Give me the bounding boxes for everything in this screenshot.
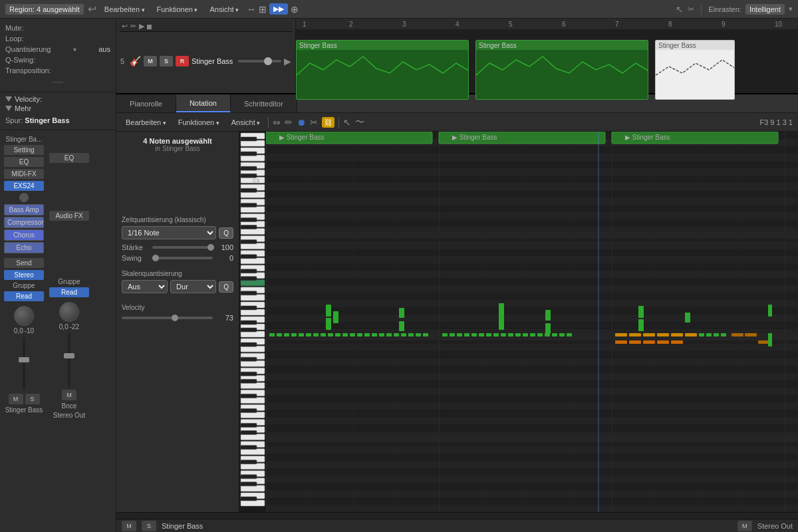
mute-btn-2[interactable]: M [62, 390, 76, 400]
compressor-plugin[interactable]: Compressor [4, 217, 44, 228]
velocity-expand-icon[interactable] [5, 96, 12, 102]
eq-button-2[interactable]: EQ [49, 153, 89, 163]
track-timeline: 1 2 3 4 5 6 7 8 9 10 11 [296, 19, 798, 93]
menu-bearbeiten[interactable]: Bearbeiten [100, 4, 149, 15]
swing-value: 0 [217, 254, 233, 262]
region-3[interactable]: Stinger Bass [655, 40, 735, 100]
audio-fx-button[interactable]: Audio FX [49, 211, 89, 221]
q-button[interactable]: Q [219, 227, 233, 239]
scale-to-select[interactable]: Dur [170, 280, 216, 293]
transport-stop-icon[interactable]: ⏹ [146, 23, 153, 31]
velocity-thumb[interactable] [172, 315, 178, 321]
pencil-icon[interactable]: ✏ [130, 22, 136, 31]
pan-knob-2[interactable] [59, 302, 79, 322]
read-button-2[interactable]: Read [49, 287, 89, 297]
midi-fx-button[interactable]: MIDI-FX [4, 169, 44, 179]
pencil-tool[interactable]: ✏ [285, 117, 293, 128]
read-button-1[interactable]: Read [4, 291, 44, 301]
quantize-dropdown-icon[interactable]: ▾ [73, 46, 76, 53]
mute-btn-1[interactable]: M [9, 394, 23, 404]
svg-rect-90 [241, 446, 257, 450]
volume-thumb[interactable] [264, 57, 272, 65]
fader-thumb-2[interactable] [64, 353, 74, 358]
pr-bearbeiten-btn[interactable]: Bearbeiten [122, 117, 170, 128]
pan-knob-1[interactable] [14, 306, 34, 326]
bottom-mute-btn[interactable]: M [122, 521, 136, 531]
stereo-out-label: Stereo Out [53, 412, 85, 419]
svg-rect-150 [567, 333, 572, 336]
track-solo-btn[interactable]: S [160, 56, 173, 66]
track-record-btn[interactable]: R [176, 56, 189, 66]
svg-rect-65 [241, 500, 265, 506]
track-mute-btn[interactable]: M [144, 56, 157, 66]
exs24-button[interactable]: EXS24 [4, 181, 44, 191]
region-2[interactable]: Stinger Bass [475, 40, 648, 100]
svg-rect-68 [241, 166, 257, 170]
echo-plugin[interactable]: Echo [4, 242, 44, 253]
align-icon[interactable]: ⇔ [273, 117, 281, 128]
horizontal-scrollbar[interactable] [116, 512, 798, 519]
scissors-tool[interactable]: ✂ [310, 117, 318, 128]
play-icon[interactable]: ▶▶ [269, 3, 288, 15]
tab-schritteditor[interactable]: Schritteditor [231, 94, 297, 112]
track-expand-icon[interactable]: ▶ [284, 56, 291, 66]
note-value-select[interactable]: 1/16 Note [122, 226, 216, 239]
midi-grid[interactable]: ▶ Stinger Bass ▶ Stinger Bass ▶ Stinger … [266, 132, 798, 512]
velocity-slider[interactable] [122, 317, 213, 319]
piano-keyboard: /* keys drawn below */ [239, 132, 266, 512]
svg-rect-167 [745, 333, 757, 336]
snap-dropdown[interactable]: ▾ [789, 5, 793, 13]
tab-notation[interactable]: Notation [176, 94, 231, 112]
cursor-tool-pr[interactable]: ↖ [343, 117, 351, 128]
menu-ansicht[interactable]: Ansicht [205, 4, 243, 15]
record-tool[interactable]: ⏺ [297, 117, 306, 128]
mixer-section: Stinger Ba... Setting EQ MIDI-FX EXS24 B… [0, 130, 116, 532]
fader-track-1[interactable] [23, 337, 25, 390]
fader-thumb-1[interactable] [19, 357, 29, 362]
link-icon[interactable]: ⛓ [322, 117, 334, 128]
setting-button[interactable]: Setting [4, 145, 44, 155]
wave-tool[interactable]: 〜 [355, 116, 364, 128]
send-button[interactable]: Send [4, 258, 44, 268]
position-icon[interactable]: ↔ [247, 4, 256, 15]
record-icon[interactable]: ⊕ [291, 4, 299, 15]
mehr-label: Mehr [15, 104, 31, 112]
channel-1-val2: -10 [25, 327, 34, 334]
transport-icon-1[interactable]: ↩ [122, 22, 128, 31]
chorus-plugin[interactable]: Chorus [4, 229, 44, 241]
solo-btn-1[interactable]: S [25, 394, 40, 404]
instrument-link-icon[interactable] [19, 193, 29, 202]
bass-amp-plugin[interactable]: Bass Amp [4, 204, 44, 215]
swing-thumb[interactable] [152, 255, 159, 261]
loop-icon[interactable]: ⊞ [259, 4, 267, 15]
svg-rect-34 [241, 280, 265, 286]
eq-button-1[interactable]: EQ [4, 157, 44, 167]
stereo-button[interactable]: Stereo [4, 270, 44, 280]
fader-track-2[interactable] [68, 333, 70, 386]
tools-icon[interactable]: ✂ [688, 5, 694, 14]
svg-rect-173 [545, 310, 551, 321]
transport-play-icon[interactable]: ▶ [139, 22, 144, 31]
back-icon[interactable]: ↩ [88, 3, 96, 15]
separator-2 [338, 117, 339, 128]
volume-slider[interactable] [238, 60, 282, 63]
pr-ansicht-btn[interactable]: Ansicht [227, 117, 265, 128]
plugin-list: Bass Amp Compressor Chorus Echo [4, 204, 44, 253]
svg-rect-111 [269, 333, 275, 336]
strength-thumb[interactable] [207, 244, 214, 251]
transport-icons: ↔ ⊞ ▶▶ ⊕ [247, 3, 299, 15]
swing-slider[interactable] [152, 257, 213, 259]
scale-q-btn[interactable]: Q [219, 281, 233, 293]
mehr-expand-icon[interactable] [5, 106, 12, 111]
bottom-solo-btn[interactable]: S [142, 521, 156, 531]
cursor-tool[interactable]: ↖ [676, 4, 684, 15]
strength-slider[interactable] [152, 246, 213, 249]
tab-pianorolle[interactable]: Pianorolle [116, 94, 176, 112]
bottom-mono-btn[interactable]: M [737, 521, 752, 531]
svg-rect-41 [241, 331, 265, 337]
pr-funktionen-btn[interactable]: Funktionen [174, 117, 223, 128]
piano-roll-area: Pianorolle Notation Schritteditor Bearbe… [116, 94, 798, 519]
menu-funktionen[interactable]: Funktionen [153, 4, 202, 15]
scale-from-select[interactable]: Aus [122, 280, 168, 293]
region-1[interactable]: Stinger Bass [296, 40, 469, 100]
